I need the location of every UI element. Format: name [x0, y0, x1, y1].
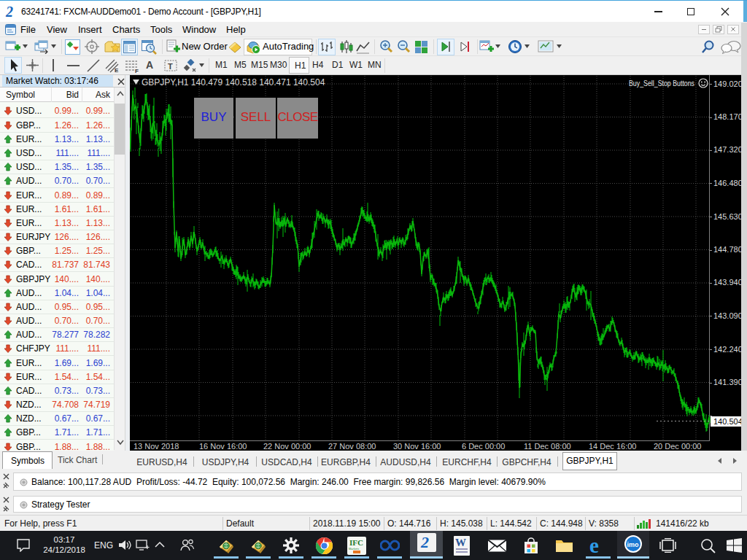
- svg-text:T: T: [168, 62, 173, 71]
- svg-text:imo: imo: [627, 541, 640, 548]
- svg-text:E: E: [115, 67, 119, 74]
- svg-text:F: F: [135, 68, 139, 74]
